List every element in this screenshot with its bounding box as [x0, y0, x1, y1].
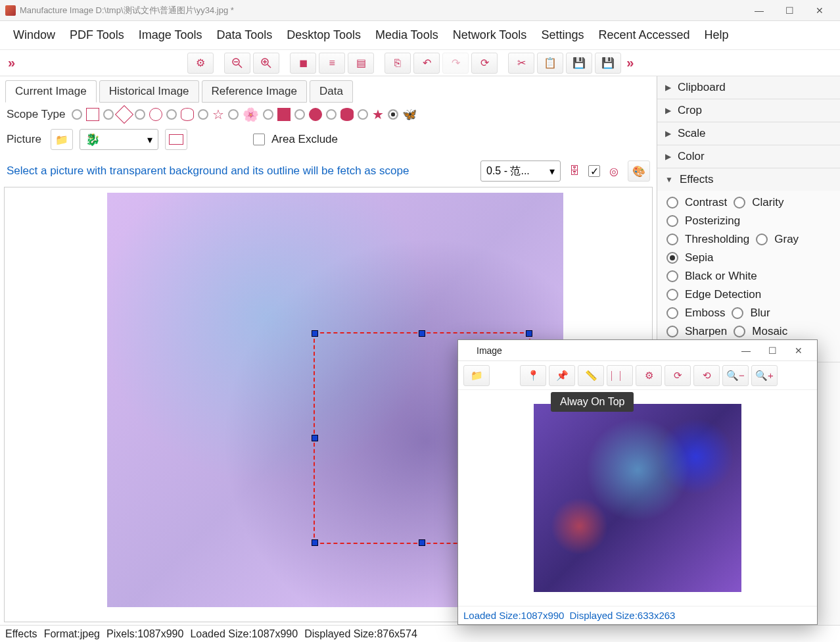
crop-icon[interactable]: ◼ [290, 53, 316, 74]
popup-maximize[interactable]: ☐ [759, 341, 785, 360]
menu-window[interactable]: Window [13, 28, 55, 42]
popup-zoom-in-icon[interactable]: 🔍+ [751, 365, 778, 386]
scope-diamond[interactable] [115, 105, 133, 124]
scope-butterfly-icon[interactable]: 🦋 [402, 107, 417, 122]
scope-star-filled-icon[interactable]: ★ [372, 107, 384, 122]
popup-canvas[interactable] [458, 390, 817, 606]
radio-sepia[interactable] [666, 252, 678, 264]
save-as-icon[interactable]: 💾 [595, 53, 621, 74]
radio-emboss[interactable] [666, 307, 678, 319]
section-scale[interactable]: ▶Scale [657, 122, 840, 145]
copy-icon[interactable]: ⎘ [385, 53, 411, 74]
section-clipboard[interactable]: ▶Clipboard [657, 76, 840, 99]
scope-circle-filled[interactable] [309, 108, 322, 121]
radio-contrast[interactable] [666, 197, 678, 209]
popup-close[interactable]: ✕ [785, 341, 812, 360]
db-icon[interactable]: 🗄 [566, 162, 583, 180]
scope-none[interactable] [72, 109, 82, 120]
menu-help[interactable]: Help [705, 28, 729, 42]
handle-s[interactable] [419, 539, 425, 546]
scope-rect[interactable] [86, 108, 99, 121]
list-icon[interactable]: ▤ [348, 53, 374, 74]
radio-blur[interactable] [732, 307, 743, 319]
target-icon[interactable]: ◎ [605, 162, 622, 180]
align-icon[interactable]: ≡ [319, 53, 345, 74]
popup-gear-icon[interactable]: ⚙ [636, 365, 662, 386]
scope-flower-icon[interactable]: 🌸 [243, 107, 259, 122]
radio-thresholding[interactable] [666, 234, 678, 245]
scope-opt9[interactable] [326, 109, 337, 120]
handle-nw[interactable] [312, 330, 318, 337]
tab-current-image[interactable]: Current Image [5, 80, 97, 103]
scope-opt10[interactable] [358, 109, 368, 120]
menu-pdf-tools[interactable]: PDF Tools [70, 28, 124, 42]
close-button[interactable]: ✕ [805, 0, 835, 21]
save-icon[interactable]: 💾 [566, 53, 592, 74]
zoom-combo[interactable]: 0.5 - 范... ▾ [480, 160, 561, 182]
scope-opt6[interactable] [228, 109, 239, 120]
popup-marker-icon[interactable]: 📌 [549, 365, 575, 386]
palette-icon[interactable]: 🎨 [628, 160, 650, 182]
popup-pin-icon[interactable]: 📍 [520, 365, 546, 386]
paste-icon[interactable]: 📋 [537, 53, 563, 74]
radio-edge[interactable] [666, 289, 678, 301]
maximize-button[interactable]: ☐ [774, 0, 805, 21]
check-icon[interactable]: ✓ [588, 165, 600, 177]
scope-rect-filled[interactable] [277, 108, 291, 121]
radio-posterizing[interactable] [666, 215, 678, 227]
scope-circle[interactable] [149, 108, 162, 121]
scope-opt7[interactable] [263, 109, 273, 120]
menu-media-tools[interactable]: Media Tools [375, 28, 438, 42]
redo-icon[interactable]: ↷ [442, 53, 469, 74]
scope-opt4[interactable] [166, 109, 177, 120]
open-folder-icon[interactable]: 📁 [51, 129, 73, 150]
handle-n[interactable] [419, 330, 425, 337]
section-crop[interactable]: ▶Crop [657, 99, 840, 122]
handle-ne[interactable] [526, 330, 532, 337]
zoom-out-icon[interactable] [224, 53, 250, 74]
section-color[interactable]: ▶Color [657, 145, 840, 168]
scope-opt2[interactable] [103, 109, 114, 120]
menu-desktop-tools[interactable]: Desktop Tools [287, 28, 361, 42]
rotate-icon[interactable]: ⟳ [471, 53, 498, 74]
scope-opt11[interactable] [388, 109, 398, 120]
popup-rotate-cw-icon[interactable]: ⟳ [665, 365, 691, 386]
zoom-in-icon[interactable] [253, 53, 279, 74]
menu-recent[interactable]: Recent Accessed [598, 28, 689, 42]
menu-settings[interactable]: Settings [541, 28, 584, 42]
popup-minimize[interactable]: — [733, 341, 759, 360]
scope-ellipse[interactable] [181, 108, 194, 121]
radio-sharpen[interactable] [666, 326, 678, 337]
radio-clarity[interactable] [734, 197, 745, 209]
scope-opt8[interactable] [294, 109, 305, 120]
radio-gray[interactable] [756, 234, 768, 245]
popup-rotate-ccw-icon[interactable]: ⟲ [693, 365, 720, 386]
picture-combo[interactable]: 🐉 ▾ [80, 129, 158, 150]
toolbar-next-icon[interactable]: » [624, 55, 636, 70]
tab-data[interactable]: Data [310, 80, 353, 103]
undo-icon[interactable]: ↶ [413, 53, 440, 74]
area-exclude-checkbox[interactable] [253, 134, 265, 145]
tab-reference-image[interactable]: Reference Image [202, 80, 307, 103]
scope-ellipse-filled[interactable] [340, 108, 354, 121]
menu-network-tools[interactable]: Network Tools [453, 28, 527, 42]
rect-preview-icon[interactable] [165, 129, 187, 150]
radio-mosaic[interactable] [734, 326, 745, 337]
section-effects[interactable]: ▼Effects [657, 168, 840, 191]
menu-data-tools[interactable]: Data Tools [216, 28, 272, 42]
popup-zoom-out-icon[interactable]: 🔍− [722, 365, 749, 386]
handle-sw[interactable] [312, 539, 318, 546]
scope-opt3[interactable] [135, 109, 145, 120]
scope-star-icon[interactable]: ☆ [212, 107, 224, 122]
popup-slider-icon[interactable]: ⎸⎸ [607, 365, 633, 386]
popup-open-icon[interactable]: 📁 [463, 365, 490, 386]
handle-w[interactable] [312, 435, 318, 441]
cut-icon[interactable]: ✂ [508, 53, 534, 74]
settings-icon[interactable]: ⚙ [187, 53, 214, 74]
toolbar-prev-icon[interactable]: » [5, 55, 18, 70]
minimize-button[interactable]: — [744, 0, 774, 21]
scope-opt5[interactable] [198, 109, 208, 120]
tab-historical-image[interactable]: Historical Image [99, 80, 199, 103]
popup-ruler-icon[interactable]: 📏 [578, 365, 604, 386]
radio-bw[interactable] [666, 270, 678, 282]
